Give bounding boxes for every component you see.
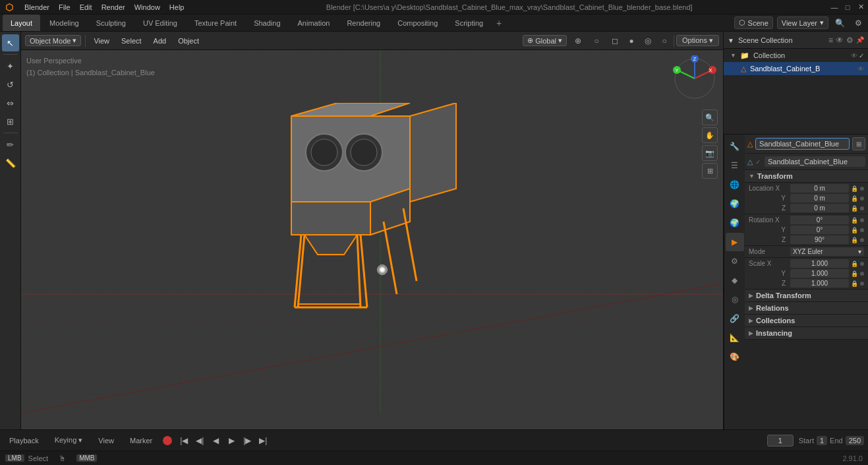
output-props-tab[interactable]: ☰ [726,156,744,175]
tab-modeling[interactable]: Modeling [42,15,87,31]
view-menu[interactable]: View [90,36,113,46]
rotation-y-field[interactable]: 0° [790,226,849,234]
playback-menu[interactable]: Playback [4,435,44,446]
instancing-header[interactable]: ▶ Instancing [745,327,868,340]
proportional-button[interactable]: ○ [589,34,604,48]
tab-scripting[interactable]: Scripting [447,15,491,31]
select-tool-button[interactable]: ↖ [2,34,19,51]
outliner-pin-icon[interactable]: 📌 [856,36,864,44]
world-props-tab[interactable]: 🌍 [726,214,744,232]
mode-dropdown[interactable]: Object Mode ▾ [25,35,81,46]
rotate-tool-button[interactable]: ↺ [2,76,19,93]
tab-uv-editing[interactable]: UV Editing [135,15,185,31]
select-menu[interactable]: Select [117,36,146,46]
transform-tool-button[interactable]: ⊞ [2,113,19,130]
play-reverse-button[interactable]: ◀ [209,434,222,447]
outliner-item-collection[interactable]: ▼ 📁 Collection 👁 ✓ [724,49,868,62]
play-button[interactable]: ▶ [225,434,238,447]
scene-selector[interactable]: ⬡ Scene [734,16,773,29]
3d-viewport[interactable]: User Perspective (1) Collection | Sandbl… [21,50,723,429]
tab-texture-paint[interactable]: Texture Paint [187,15,245,31]
menu-render[interactable]: Render [97,2,130,13]
close-button[interactable]: ✕ [856,3,865,12]
material-props-tab[interactable]: 🎨 [726,348,744,366]
measure-tool-button[interactable]: 📏 [2,154,19,171]
scale-y-field[interactable]: 1.000 [790,269,849,278]
menu-edit[interactable]: Edit [75,2,97,13]
add-menu[interactable]: Add [150,36,171,46]
maximize-button[interactable]: □ [843,3,852,12]
prev-keyframe-button[interactable]: ◀| [193,434,206,447]
end-frame-input[interactable]: 250 [846,436,864,445]
camera-button[interactable]: 📷 [702,145,718,161]
tab-rendering[interactable]: Rendering [339,15,388,31]
marker-menu[interactable]: Marker [125,435,158,446]
modifier-props-tab[interactable]: ⚙ [726,252,744,270]
start-frame-input[interactable]: 1 [817,436,827,445]
workspace-filter-button[interactable]: ⚙ [851,16,865,30]
zoom-button[interactable]: 🔍 [702,109,718,125]
location-z-field[interactable]: 0 m [790,204,849,212]
menu-blender[interactable]: Blender [20,2,54,13]
rotation-z-field[interactable]: 90° [790,235,849,244]
viewport-shading-render[interactable]: ○ [657,34,672,48]
outliner-visibility-icon[interactable]: 👁 [836,36,844,45]
view-menu-timeline[interactable]: View [93,435,119,446]
transform-header[interactable]: ▼ Transform [745,170,868,183]
viewport-shading-wire[interactable]: ◻ [608,34,622,48]
render-props-tab[interactable]: 🔧 [726,137,744,156]
scale-x-field[interactable]: 1.000 [790,259,849,268]
collections-header[interactable]: ▶ Collections [745,315,868,327]
delta-transform-header[interactable]: ▶ Delta Transform [745,290,868,302]
object-props-tab[interactable]: ▶ [726,233,744,251]
pan-button[interactable]: ✋ [702,127,718,143]
rotation-x-field[interactable]: 0° [790,216,849,224]
options-button[interactable]: Options ▾ [676,35,719,46]
object-data-name-field[interactable]: Sandblast_Cabinet_Blue [765,156,865,167]
keying-menu[interactable]: Keying ▾ [49,435,88,446]
outliner-filter-icon[interactable]: ≡ [828,36,833,45]
current-frame-input[interactable]: 1 [767,435,794,447]
object-name-field[interactable]: Sandblast_Cabinet_Blue [755,138,850,150]
relations-header[interactable]: ▶ Relations [745,302,868,315]
record-button[interactable] [163,436,172,445]
tab-sculpting[interactable]: Sculpting [88,15,134,31]
scale-z-field[interactable]: 1.000 [790,279,849,288]
add-workspace-button[interactable]: + [492,15,506,31]
menu-help[interactable]: Help [165,2,189,13]
outliner-more-icon[interactable]: ⚙ [846,36,854,45]
minimize-button[interactable]: — [830,3,839,12]
menu-window[interactable]: Window [130,2,165,13]
data-props-tab[interactable]: 📐 [726,328,744,347]
snap-button[interactable]: ⊕ [571,34,585,48]
location-x-field[interactable]: 0 m [790,184,849,193]
view-layer-selector[interactable]: View Layer ▾ [777,16,828,29]
scene-props-tab[interactable]: 🌍 [726,195,744,213]
particle-props-tab[interactable]: ◆ [726,271,744,290]
tab-animation[interactable]: Animation [290,15,338,31]
pivot-dropdown[interactable]: ⊕ Global ▾ [523,35,567,46]
workspace-search-button[interactable]: 🔍 [832,16,847,30]
render-region-button[interactable]: ⊞ [702,163,718,179]
location-y-field[interactable]: 0 m [790,194,849,202]
menu-file[interactable]: File [54,2,75,13]
collection-check[interactable]: ✓ [859,52,864,59]
jump-end-button[interactable]: ▶| [256,434,270,447]
mode-dropdown-prop[interactable]: XYZ Euler ▾ [790,247,864,256]
annotate-tool-button[interactable]: ✏ [2,136,19,153]
object-menu[interactable]: Object [174,36,203,46]
viewport-shading-material[interactable]: ◎ [641,34,655,48]
tab-shading[interactable]: Shading [246,15,288,31]
jump-start-button[interactable]: |◀ [177,434,190,447]
next-keyframe-button[interactable]: |▶ [241,434,254,447]
collection-visibility[interactable]: 👁 [851,52,857,59]
object-picker-button[interactable]: ⊞ [852,137,865,150]
object-visibility[interactable]: 👁 [857,65,864,73]
outliner-item-object[interactable]: △ Sandblast_Cabinet_B 👁 [724,62,868,75]
move-tool-button[interactable]: ✦ [2,57,19,75]
tab-compositing[interactable]: Compositing [390,15,446,31]
scale-tool-button[interactable]: ⇔ [2,94,19,111]
viewport-gizmo[interactable]: X Y Z [672,55,718,102]
constraints-props-tab[interactable]: 🔗 [726,309,744,328]
tab-layout[interactable]: Layout [3,15,40,31]
